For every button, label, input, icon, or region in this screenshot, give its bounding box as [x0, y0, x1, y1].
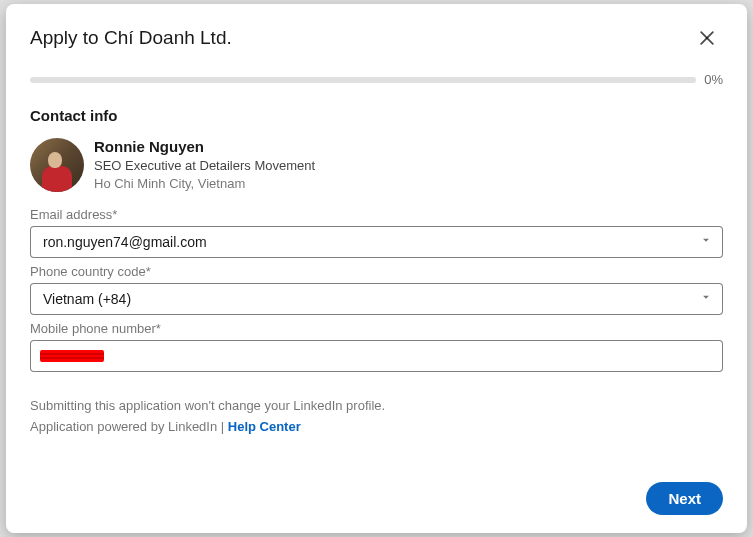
email-field-group: Email address* ron.nguyen74@gmail.com: [6, 201, 747, 258]
next-button[interactable]: Next: [646, 482, 723, 515]
close-icon: [697, 28, 717, 48]
modal-title: Apply to Chí Doanh Ltd.: [30, 27, 232, 49]
apply-modal: Apply to Chí Doanh Ltd. 0% Contact info …: [6, 4, 747, 533]
profile-text: Ronnie Nguyen SEO Executive at Detailers…: [94, 136, 315, 193]
progress-bar: 0%: [6, 72, 747, 95]
help-center-link[interactable]: Help Center: [228, 419, 301, 434]
redacted-phone-mask: [40, 350, 104, 362]
profile-location: Ho Chi Minh City, Vietnam: [94, 175, 315, 193]
progress-label: 0%: [704, 72, 723, 87]
country-code-label: Phone country code*: [30, 264, 723, 279]
email-select[interactable]: ron.nguyen74@gmail.com: [30, 226, 723, 258]
progress-track: [30, 77, 696, 83]
modal-header: Apply to Chí Doanh Ltd.: [6, 4, 747, 72]
disclaimer-prefix: Application powered by LinkedIn |: [30, 419, 228, 434]
country-code-select[interactable]: Vietnam (+84): [30, 283, 723, 315]
applicant-profile: Ronnie Nguyen SEO Executive at Detailers…: [6, 132, 747, 201]
close-button[interactable]: [691, 22, 723, 54]
phone-field-group: Mobile phone number*: [6, 315, 747, 372]
profile-name: Ronnie Nguyen: [94, 136, 315, 157]
disclaimer-line-1: Submitting this application won't change…: [30, 396, 723, 417]
profile-headline: SEO Executive at Detailers Movement: [94, 157, 315, 175]
disclaimer: Submitting this application won't change…: [6, 372, 747, 438]
modal-footer: Next: [6, 468, 747, 533]
avatar: [30, 138, 84, 192]
phone-input[interactable]: [30, 340, 723, 372]
country-code-field-group: Phone country code* Vietnam (+84): [6, 258, 747, 315]
email-label: Email address*: [30, 207, 723, 222]
disclaimer-line-2: Application powered by LinkedIn | Help C…: [30, 417, 723, 438]
phone-label: Mobile phone number*: [30, 321, 723, 336]
section-heading: Contact info: [6, 95, 747, 132]
